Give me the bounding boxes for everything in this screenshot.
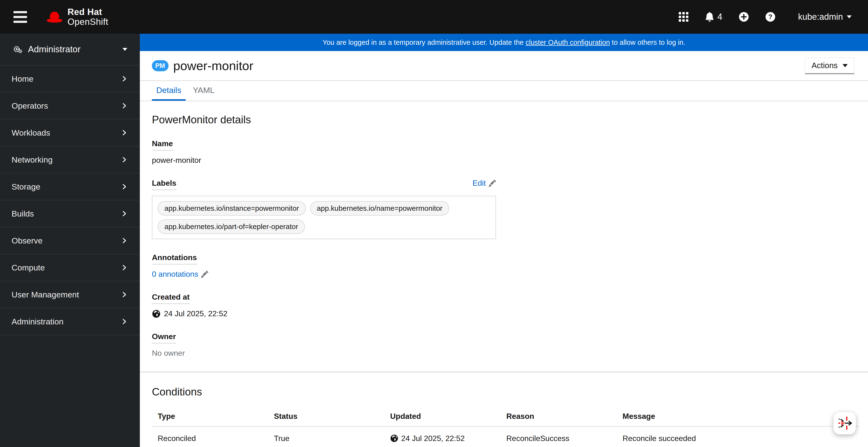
col-message: Message xyxy=(617,407,858,426)
sidebar-item-compute[interactable]: Compute xyxy=(0,254,140,281)
conditions-header-row: Type Status Updated Reason Message xyxy=(152,407,858,426)
actions-label: Actions xyxy=(812,61,838,70)
page-title: power-monitor xyxy=(173,59,253,73)
nav-item-label: Home xyxy=(11,74,33,83)
caret-down-icon xyxy=(842,64,848,67)
sidebar-item-workloads[interactable]: Workloads xyxy=(0,119,140,146)
svg-text:?: ? xyxy=(768,13,772,21)
tab-details[interactable]: Details xyxy=(152,81,186,101)
col-reason: Reason xyxy=(500,407,617,426)
caret-down-icon xyxy=(123,48,127,51)
login-notice-banner: You are logged in as a temporary adminis… xyxy=(140,34,868,51)
annotations-edit-link[interactable]: 0 annotations xyxy=(152,270,208,279)
chevron-right-icon xyxy=(121,210,127,217)
condition-updated: 24 Jul 2025, 22:52 xyxy=(401,433,465,444)
globe-icon xyxy=(152,309,161,318)
sidebar-item-networking[interactable]: Networking xyxy=(0,146,140,173)
condition-reason: ReconcileSuccess xyxy=(500,426,617,447)
sidebar-item-home[interactable]: Home xyxy=(0,66,140,93)
annotations-label: Annotations xyxy=(152,253,197,265)
globe-icon xyxy=(390,434,398,442)
sidebar-nav: Administrator Home Operators Workloads N… xyxy=(0,34,140,447)
condition-type: Reconciled xyxy=(152,426,268,447)
tab-yaml[interactable]: YAML xyxy=(189,81,219,101)
sidebar-item-builds[interactable]: Builds xyxy=(0,200,140,227)
created-at-value: 24 Jul 2025, 22:52 xyxy=(164,309,227,318)
condition-message: Reconcile succeeded xyxy=(617,426,858,447)
perspective-label: Administrator xyxy=(28,44,81,55)
brand-logo[interactable]: Red Hat OpenShift xyxy=(45,7,108,27)
nav-item-label: Administration xyxy=(11,317,63,326)
label-chip[interactable]: app.kubernetes.io/part-of=kepler-operato… xyxy=(158,219,305,234)
edit-labels-link[interactable]: Edit xyxy=(472,179,496,187)
main-content: You are logged in as a temporary adminis… xyxy=(140,34,868,447)
caret-down-icon xyxy=(847,15,851,18)
help-button[interactable]: ? xyxy=(764,10,777,23)
banner-text-after: to allow others to log in. xyxy=(610,38,685,46)
sidebar-item-storage[interactable]: Storage xyxy=(0,173,140,200)
oauth-config-link[interactable]: cluster OAuth configuration xyxy=(526,38,610,46)
chevron-right-icon xyxy=(121,318,127,325)
nav-item-label: Storage xyxy=(11,182,40,192)
created-at-label: Created at xyxy=(152,293,190,304)
notifications-button[interactable]: 4 xyxy=(703,10,724,23)
conditions-section: Conditions Type Status Updated Reason Me… xyxy=(140,372,868,447)
nav-item-label: Networking xyxy=(11,155,53,165)
tab-bar: Details YAML xyxy=(140,81,868,101)
apps-grid-icon xyxy=(679,12,688,22)
sidebar-item-administration[interactable]: Administration xyxy=(0,308,140,335)
perspective-switcher[interactable]: Administrator xyxy=(0,34,140,66)
pencil-icon xyxy=(489,180,496,187)
plus-circle-icon xyxy=(739,12,749,22)
chevron-right-icon xyxy=(121,76,127,82)
sidebar-item-user-management[interactable]: User Management xyxy=(0,281,140,308)
condition-status: True xyxy=(268,426,384,447)
label-chip[interactable]: app.kubernetes.io/instance=powermonitor xyxy=(158,201,306,215)
notification-count: 4 xyxy=(717,12,722,22)
chevron-right-icon xyxy=(121,130,127,136)
details-heading: PowerMonitor details xyxy=(152,114,855,126)
edit-label: Edit xyxy=(472,179,486,187)
actions-dropdown-button[interactable]: Actions xyxy=(805,57,855,74)
nav-list: Home Operators Workloads Networking Stor… xyxy=(0,66,140,335)
nav-item-label: Builds xyxy=(11,209,34,218)
col-type: Type xyxy=(152,407,268,426)
nav-toggle-button[interactable] xyxy=(11,9,29,25)
name-group: Name power-monitor xyxy=(152,139,855,165)
redhat-fedora-icon xyxy=(45,10,64,24)
created-at-group: Created at 24 Jul 2025, 22:52 xyxy=(152,293,855,318)
col-status: Status xyxy=(268,407,384,426)
brand-name-top: Red Hat xyxy=(67,7,108,17)
user-menu-button[interactable]: kube:admin xyxy=(797,11,853,22)
annotations-count: 0 annotations xyxy=(152,270,198,279)
resource-kind-badge: PM xyxy=(152,60,168,71)
brand-name-bottom: OpenShift xyxy=(67,17,108,27)
name-value: power-monitor xyxy=(152,156,855,165)
labels-label: Labels xyxy=(152,179,176,190)
labels-list: app.kubernetes.io/instance=powermonitor … xyxy=(152,196,496,239)
chevron-right-icon xyxy=(121,265,127,271)
nav-item-label: Observe xyxy=(11,236,43,245)
name-label: Name xyxy=(152,139,173,150)
sidebar-item-observe[interactable]: Observe xyxy=(0,227,140,254)
labels-group: Labels Edit app.kubernetes.io/instance=p… xyxy=(152,179,855,239)
condition-row: Reconciled True xyxy=(152,426,858,447)
sidebar-item-operators[interactable]: Operators xyxy=(0,93,140,119)
nav-item-label: Workloads xyxy=(11,128,50,138)
nav-item-label: Operators xyxy=(11,101,48,110)
owner-value: No owner xyxy=(152,349,855,358)
chevron-right-icon xyxy=(121,157,127,163)
masthead-toolbar: 4 ? kube:admin xyxy=(677,10,853,23)
conditions-table: Type Status Updated Reason Message Recon… xyxy=(152,407,858,447)
quick-create-button[interactable] xyxy=(737,10,750,23)
pencil-icon xyxy=(201,271,208,278)
details-section: PowerMonitor details Name power-monitor … xyxy=(140,101,868,358)
nav-item-label: User Management xyxy=(11,290,79,299)
label-chip[interactable]: app.kubernetes.io/name=powermonitor xyxy=(310,201,449,215)
app-launcher-button[interactable] xyxy=(677,10,690,23)
owner-group: Owner No owner xyxy=(152,332,855,358)
banner-text-before: You are logged in as a temporary adminis… xyxy=(322,38,526,46)
bell-icon xyxy=(705,12,714,22)
click-indicator-overlay xyxy=(833,412,856,435)
chevron-right-icon xyxy=(121,103,127,109)
